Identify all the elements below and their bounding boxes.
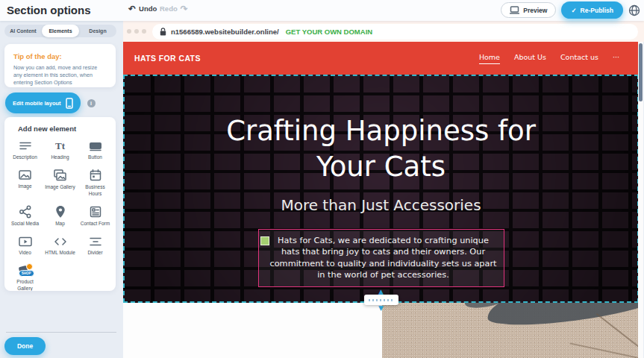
- element-button[interactable]: Button: [78, 139, 113, 160]
- contact-form-icon: [89, 205, 102, 219]
- info-icon[interactable]: i: [87, 99, 96, 107]
- done-button[interactable]: Done: [4, 337, 46, 355]
- video-icon: [18, 236, 33, 248]
- element-product-gallery[interactable]: SHOP Product Gallery: [7, 264, 43, 291]
- add-new-element-panel: Add new element Description Tt Heading B…: [4, 117, 116, 291]
- html-module-icon: [53, 236, 68, 248]
- scrollbar-thumb[interactable]: [639, 43, 643, 101]
- description-icon: [19, 139, 32, 152]
- site-preview: HATS FOR CATS Home About Us Contact us ·…: [123, 42, 639, 358]
- edit-mobile-layout-label: Edit mobile layout: [13, 100, 61, 107]
- site-nav: Home About Us Contact us ···: [479, 53, 619, 64]
- tab-ai-content[interactable]: AI Content: [4, 25, 42, 37]
- undo-icon: ↶: [128, 5, 136, 13]
- republish-label: Re-Publish: [581, 7, 613, 14]
- page-title: Section options: [7, 4, 91, 16]
- redo-label: Redo: [160, 4, 178, 13]
- button-icon: [88, 139, 103, 152]
- topbar: Section options ↶ Undo Redo ↷ Preview ✓ …: [0, 0, 644, 21]
- globe-icon: [628, 4, 640, 16]
- section-resize-handle[interactable]: ▲ ▼: [364, 289, 398, 311]
- product-gallery-icon: SHOP: [16, 264, 34, 277]
- tab-design[interactable]: Design: [79, 25, 116, 37]
- element-description[interactable]: Description: [7, 139, 43, 160]
- element-contact-form[interactable]: Contact Form: [78, 205, 113, 227]
- hero-subheading[interactable]: More than Just Accessories: [125, 196, 637, 214]
- preview-label: Preview: [523, 7, 547, 14]
- element-grid: Description Tt Heading Button Image Imag…: [7, 139, 113, 291]
- get-own-domain-link[interactable]: GET YOUR OWN DOMAIN: [286, 28, 372, 36]
- address-bar[interactable]: n1566589.websitebuilder.online/ GET YOUR…: [152, 24, 638, 40]
- preview-scrollbar: [638, 42, 643, 358]
- element-video[interactable]: Video: [7, 236, 43, 256]
- hero-paragraph-selected[interactable]: Hats for Cats, we are dedicated to craft…: [258, 229, 504, 287]
- arrow-up-icon: ▲: [378, 289, 384, 295]
- phone-icon: [66, 98, 73, 109]
- hero-heading[interactable]: Crafting Happiness for Your Cats: [198, 113, 564, 185]
- undo-label: Undo: [139, 4, 157, 13]
- social-media-icon: [19, 205, 32, 219]
- heading-icon: Tt: [55, 139, 65, 152]
- cat-shadow: [485, 303, 639, 330]
- site-header: HATS FOR CATS Home About Us Contact us ·…: [123, 42, 639, 75]
- tip-title: Tip of the day:: [13, 52, 107, 60]
- mobile-layout-row: Edit mobile layout i: [5, 92, 96, 113]
- browser-chrome: n1566589.websitebuilder.online/ GET YOUR…: [123, 21, 644, 42]
- element-social-media[interactable]: Social Media: [7, 205, 43, 227]
- redo-button[interactable]: Redo ↷: [160, 4, 188, 13]
- topbar-actions: Preview ✓ Re-Publish: [501, 1, 640, 19]
- republish-button[interactable]: ✓ Re-Publish: [561, 1, 623, 19]
- pavement-seam: [596, 313, 639, 358]
- element-business-hours[interactable]: Business Hours: [78, 169, 113, 197]
- new-badge-dot: [26, 263, 33, 270]
- divider-icon: [89, 236, 102, 248]
- pavement-seam: [570, 342, 639, 358]
- nav-home[interactable]: Home: [479, 53, 500, 64]
- shop-badge: SHOP: [19, 270, 34, 277]
- lock-icon: [160, 28, 166, 36]
- business-hours-icon: [89, 169, 102, 182]
- add-new-element-title: Add new element: [18, 125, 113, 133]
- image-gallery-icon: [53, 169, 67, 182]
- tab-elements[interactable]: Elements: [42, 25, 79, 37]
- section-options-sidebar: AI Content Elements Design Tip of the da…: [0, 21, 123, 358]
- site-url: n1566589.websitebuilder.online/: [171, 28, 279, 36]
- undo-button[interactable]: ↶ Undo: [128, 4, 157, 13]
- element-image[interactable]: Image: [7, 169, 43, 197]
- element-divider[interactable]: Divider: [78, 236, 113, 256]
- element-html-module[interactable]: HTML Module: [43, 236, 78, 256]
- carpet-photo: [382, 303, 639, 358]
- element-drag-handle[interactable]: [260, 236, 269, 245]
- edit-mobile-layout-button[interactable]: Edit mobile layout: [5, 92, 81, 113]
- element-map[interactable]: Map: [43, 205, 78, 227]
- nav-more-icon[interactable]: ···: [613, 53, 619, 63]
- website-builder-app: Section options ↶ Undo Redo ↷ Preview ✓ …: [0, 0, 644, 358]
- preview-button[interactable]: Preview: [501, 2, 556, 18]
- map-icon: [55, 205, 66, 219]
- resize-grip: [364, 295, 398, 305]
- check-icon: ✓: [571, 7, 576, 14]
- site-logo[interactable]: HATS FOR CATS: [134, 54, 201, 63]
- window-dots: [127, 29, 146, 34]
- image-icon: [18, 169, 32, 181]
- arrow-down-icon: ▼: [378, 305, 384, 311]
- tip-of-the-day-card: Tip of the day: Now you can add, move an…: [4, 44, 116, 87]
- sidebar-divider: [6, 332, 116, 333]
- nav-about-us[interactable]: About Us: [514, 53, 546, 63]
- tip-body: Now you can add, move and resize any ele…: [13, 64, 107, 87]
- element-heading[interactable]: Tt Heading: [43, 139, 78, 160]
- language-globe-button[interactable]: [628, 4, 640, 16]
- redo-icon: ↷: [181, 5, 188, 13]
- monitor-icon: [510, 6, 519, 14]
- sidebar-tabs: AI Content Elements Design: [4, 25, 116, 37]
- element-image-gallery[interactable]: Image Gallery: [43, 169, 78, 197]
- hero-section-selected[interactable]: Crafting Happiness for Your Cats More th…: [123, 75, 639, 303]
- nav-contact-us[interactable]: Contact us: [560, 53, 598, 63]
- hero-paragraph-text: Hats for Cats, we are dedicated to craft…: [269, 235, 498, 280]
